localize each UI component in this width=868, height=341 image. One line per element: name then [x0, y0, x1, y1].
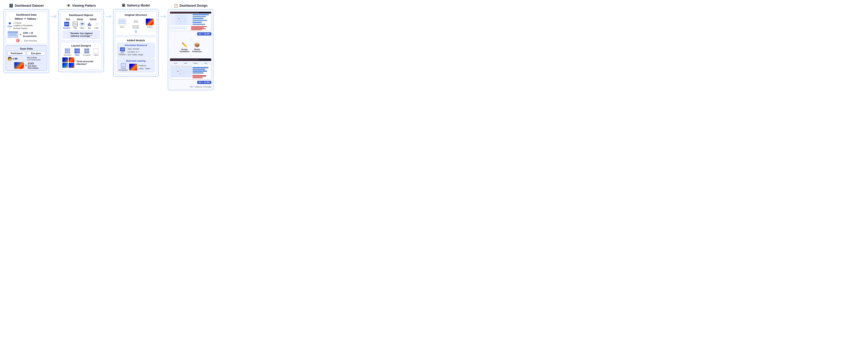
- info-enhanced-section: Information Enhanced 123 AOIDetection Ty…: [117, 43, 155, 57]
- recordings-count: 2133: [28, 62, 39, 65]
- output-item: Output: [146, 19, 154, 28]
- table-layout-icon: [74, 49, 80, 53]
- info-text: Type: Number Location: X, Y Size: width,…: [128, 48, 143, 56]
- tableau-chevron: ▾: [37, 18, 38, 20]
- down-arrow: ↓: [21, 39, 23, 42]
- grouped-layout-item: Grouped: [83, 49, 90, 56]
- recordings-label: Eye-GazeRecordings: [28, 65, 39, 69]
- grouped-label: Grouped: [83, 54, 90, 56]
- sc-row-1: SC = 24.0%: [170, 32, 211, 35]
- dashboard-objects-box: Dashboard Objects Text Visual Hybrid 123…: [60, 11, 102, 41]
- arrow-down-design-2: ↓: [170, 54, 211, 57]
- screenshot-thumbnail: [7, 31, 18, 38]
- metric-2-val: 14,647: [184, 63, 187, 64]
- layout-recognition-label: LayoutRecognition: [119, 67, 128, 71]
- map-icon-item: 🗺 Map: [80, 22, 85, 29]
- table-layout-item: Table: [74, 49, 80, 56]
- metric-3: $50,000: [191, 61, 200, 65]
- aoi-detection: 123 AOIDetection: [119, 48, 126, 56]
- filter-label: Filter: [7, 25, 12, 27]
- gaze-data-box: Gaze Data Participant Eye-gaze 🧑 x 60: [6, 45, 47, 71]
- before-map: [170, 14, 192, 25]
- enc-dec-label: Encoder-Decoder: [132, 25, 140, 29]
- after-lower: [170, 67, 211, 79]
- sc-badge-1: SC = 24.0%: [197, 32, 211, 35]
- label-2: Highest Race: [175, 65, 180, 67]
- metric-4-val: Men: [205, 63, 207, 64]
- metric-1-val: 13.7%: [174, 63, 177, 64]
- title-box-icon: Title: [73, 22, 78, 26]
- svg-rect-0: [175, 14, 187, 25]
- title-label: Title: [73, 27, 77, 29]
- output-label: Output: [147, 26, 153, 28]
- filter-funnel-icon: ⬣: [9, 22, 11, 25]
- title-icon-item: Title Title: [73, 22, 78, 29]
- input-item: Input: [118, 19, 126, 28]
- svg-point-1: [179, 19, 179, 19]
- map-label: Map: [81, 27, 84, 29]
- table-label: Label: "Table": [138, 67, 150, 70]
- dashboard-data-box: Dashboard Data DMiner + Tableau ▾ ⬣ Filt…: [6, 11, 47, 44]
- section1-box: Dashboard Data DMiner + Tableau ▾ ⬣ Filt…: [3, 9, 49, 73]
- eye-tracking-row: 🎯 ↓ Eye-tracking: [7, 39, 45, 42]
- filter-vp-label: Filter: [94, 27, 99, 29]
- heatmap-cell-2: [69, 57, 74, 62]
- prediction-icon: 📦: [194, 42, 200, 48]
- screenshot-count: 1200 + 16Screenshots: [23, 31, 36, 38]
- added-module-box: Added Module Information Enhanced 123 AO…: [115, 37, 157, 74]
- svg-point-3: [184, 19, 185, 20]
- encoder-decoder-graphic: 📖: [132, 18, 140, 24]
- screenshot-row: ✕ 1200 + 16Screenshots: [7, 31, 45, 38]
- number-label: Number: [63, 27, 70, 29]
- arrow-1: [51, 3, 57, 19]
- added-module-title: Added Module: [117, 39, 155, 42]
- design-guidelines-item: ✏️ DesignGuidelines: [180, 42, 189, 53]
- filter-icon-block: ⬣ Filter ▾: [7, 22, 12, 30]
- section4-box: Bullying Around the World: Not what you …: [168, 9, 213, 90]
- section-dashboard-dataset: 🗄️ Dashboard Dataset Dashboard Data DMin…: [3, 3, 49, 73]
- after-map: [170, 67, 192, 78]
- section3-title: 🏛 Saliency Model: [122, 3, 150, 7]
- feature-heatmap: [129, 64, 137, 70]
- category-hybrid: Hybrid: [90, 18, 96, 20]
- objects-quote: "Number has highestsaliency coverage ": [62, 30, 100, 39]
- category-visual: Visual: [77, 18, 83, 20]
- dashboard-data-title: Dashboard Data: [7, 13, 45, 16]
- input-thumb: [118, 19, 126, 25]
- svg-point-9: [180, 73, 181, 74]
- section-dashboard-design: 📋 Dashboard Design Bullying Around the W…: [168, 3, 213, 90]
- filter-row: ⬣ Filter ▾ 2 Criteria Legibility & Reada…: [7, 22, 45, 30]
- recordings-row: ✕ 2133 Eye-GazeRecordings: [7, 62, 45, 69]
- aoi-number-icon: 123: [120, 48, 125, 51]
- size-info: Size: width, height: [128, 53, 143, 56]
- svg-point-6: [178, 71, 179, 72]
- before-dashboard-thumb: Bullying Around the World: Not what you …: [170, 11, 211, 31]
- number-box-icon: 123: [64, 22, 69, 26]
- guidelines-label: DesignGuidelines: [180, 48, 189, 53]
- multitask-section: Multi-task Learning LayoutRecognition: [117, 59, 155, 72]
- stratified-layout-item: Stratified: [64, 49, 71, 56]
- objects-quote-text: "Number has highestsaliency coverage ": [64, 32, 98, 37]
- section2-box: Dashboard Objects Text Visual Hybrid 123…: [58, 9, 104, 72]
- heatmap-cell-4: [69, 63, 74, 68]
- source-row: DMiner + Tableau ▾: [7, 17, 45, 21]
- dvcrowd-count: 1,187 DVCrowd: [27, 59, 45, 61]
- gaze-bottom-row: 🧑 x 60 946 DVElite 1,187 DVCrowd: [7, 57, 45, 61]
- dv-counts: 946 DVElite 1,187 DVCrowd: [27, 57, 45, 61]
- objects-title: Dashboard Objects: [62, 13, 100, 17]
- encoder-decoder-item: 📖 Encoder-Decoder: [132, 18, 140, 29]
- info-enhanced-title: Information Enhanced: [119, 44, 153, 46]
- arrow-3: [160, 3, 166, 19]
- bar-label: Bar: [88, 27, 91, 29]
- sc-row-2: SC = 37.9%: [170, 81, 211, 84]
- svg-point-8: [184, 72, 184, 72]
- saliency-icon: 🏛: [122, 3, 125, 7]
- svg-point-7: [181, 70, 182, 71]
- participant-box: Participant: [7, 51, 26, 56]
- bar-icon-item: Bar: [87, 22, 92, 29]
- filter-icon-item: ⬡ Filter: [94, 22, 99, 29]
- layout-table-icon: [121, 63, 126, 67]
- gaze-data-title: Gaze Data: [7, 47, 45, 50]
- flow-arrow-1: →: [127, 22, 130, 25]
- flow-row: Input → 📖 Encoder-Decoder → Output: [117, 18, 155, 29]
